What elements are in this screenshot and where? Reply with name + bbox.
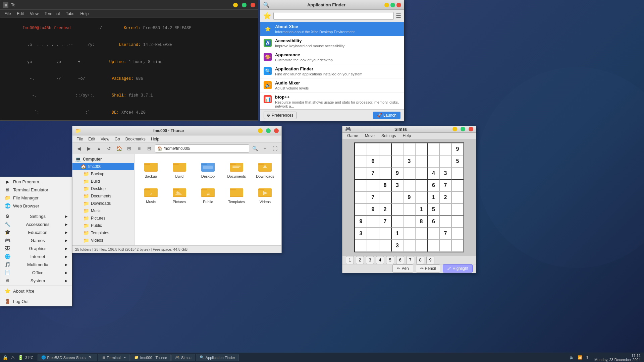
sudoku-cell-8-3[interactable]: 3 xyxy=(391,240,403,252)
file-item-templates[interactable]: Templates xyxy=(224,183,250,206)
terminal-menu-help[interactable]: Help xyxy=(78,11,92,17)
number-btn-9[interactable]: 9 xyxy=(426,256,434,264)
fm-menu-go[interactable]: Go xyxy=(112,136,123,142)
sudoku-cell-7-4[interactable] xyxy=(403,228,415,240)
fm-menu-view[interactable]: View xyxy=(98,136,112,142)
simsu-maximize-btn[interactable] xyxy=(461,127,465,131)
sudoku-cell-1-7[interactable] xyxy=(439,155,451,167)
number-btn-3[interactable]: 3 xyxy=(366,256,374,264)
lock-icon[interactable]: 🔒 xyxy=(1,354,9,361)
sudoku-cell-1-6[interactable] xyxy=(427,155,439,167)
sidebar-item-computer[interactable]: 💻 Computer xyxy=(72,156,134,163)
sudoku-cell-0-7[interactable] xyxy=(439,143,451,155)
sudoku-cell-2-2[interactable] xyxy=(379,167,391,179)
sudoku-cell-7-2[interactable] xyxy=(379,228,391,240)
sudoku-cell-1-1[interactable]: 6 xyxy=(367,155,379,167)
number-btn-4[interactable]: 4 xyxy=(376,256,384,264)
sudoku-cell-3-4[interactable] xyxy=(403,179,415,191)
sudoku-cell-6-7[interactable] xyxy=(439,216,451,228)
sudoku-cell-5-1[interactable]: 9 xyxy=(367,203,379,216)
terminal-content[interactable]: fmc000@tu45b-freebsd -/ Kernel: FreeBSD … xyxy=(0,18,258,120)
sidebar-item-templates[interactable]: 📁 Templates xyxy=(72,229,134,237)
sidebar-item-desktop[interactable]: 📁 Desktop xyxy=(72,185,134,192)
sudoku-cell-3-3[interactable]: 3 xyxy=(391,179,403,191)
sudoku-grid[interactable]: 9635794383677912921597863173 xyxy=(354,142,464,252)
fm-forward-btn[interactable]: ▶ xyxy=(85,144,93,153)
sudoku-cell-7-6[interactable] xyxy=(427,228,439,240)
sudoku-cell-2-7[interactable]: 3 xyxy=(439,167,451,179)
terminal-menu-terminal[interactable]: Terminal xyxy=(42,11,62,17)
sudoku-cell-0-4[interactable] xyxy=(403,143,415,155)
sudoku-cell-0-5[interactable] xyxy=(415,143,427,155)
sudoku-cell-3-1[interactable] xyxy=(367,179,379,191)
menu-item-graphics[interactable]: 🖼 Graphics xyxy=(0,244,72,252)
app-item-audio-mixer[interactable]: 🔊 Audio Mixer Adjust volume levels xyxy=(260,78,404,93)
fm-close-btn[interactable] xyxy=(274,128,279,133)
sidebar-item-documents[interactable]: 📁 Documents xyxy=(72,192,134,200)
sudoku-cell-8-2[interactable] xyxy=(379,240,391,252)
sudoku-cell-5-4[interactable] xyxy=(403,203,415,216)
sudoku-cell-2-3[interactable]: 9 xyxy=(391,167,403,179)
sudoku-cell-8-1[interactable] xyxy=(367,240,379,252)
sudoku-cell-5-0[interactable] xyxy=(355,203,367,216)
number-btn-8[interactable]: 8 xyxy=(416,256,424,264)
sudoku-cell-4-5[interactable] xyxy=(415,191,427,203)
number-btn-1[interactable]: 1 xyxy=(346,256,354,264)
task-btn-browser[interactable]: 🌐 FreeBSD Screen Shots | P... xyxy=(38,354,97,361)
menu-item-multimedia[interactable]: 🎵 Multimedia xyxy=(0,260,72,268)
simsu-close-btn[interactable] xyxy=(469,127,473,131)
menu-item-about-xfce[interactable]: ⭐ About Xfce xyxy=(0,287,72,295)
pen-tool-btn[interactable]: ✏ Pen xyxy=(392,264,413,273)
number-btn-6[interactable]: 6 xyxy=(396,256,404,264)
battery-icon[interactable]: 🔋 xyxy=(17,354,24,361)
sudoku-cell-6-5[interactable]: 8 xyxy=(415,216,427,228)
sudoku-cell-4-0[interactable] xyxy=(355,191,367,203)
terminal-menu-tabs[interactable]: Tabs xyxy=(63,11,77,17)
finder-maximize-btn[interactable] xyxy=(390,3,395,7)
network-tray-icon[interactable]: 📶 xyxy=(577,355,583,360)
file-item-desktop[interactable]: Desktop xyxy=(195,158,221,180)
app-item-btop[interactable]: 📊 btop++ Resource monitor that shows usa… xyxy=(260,93,404,109)
sudoku-cell-5-7[interactable] xyxy=(439,203,451,216)
sudoku-cell-1-4[interactable]: 3 xyxy=(403,155,415,167)
sudoku-cell-5-3[interactable] xyxy=(391,203,403,216)
sudoku-cell-2-4[interactable] xyxy=(403,167,415,179)
sudoku-cell-7-7[interactable]: 7 xyxy=(439,228,451,240)
sudoku-cell-6-3[interactable] xyxy=(391,216,403,228)
app-item-appearance[interactable]: 🎨 Appearance Customize the look of your … xyxy=(260,50,404,64)
sudoku-cell-1-0[interactable] xyxy=(355,155,367,167)
sudoku-cell-4-3[interactable] xyxy=(391,191,403,203)
finder-close-btn[interactable] xyxy=(396,3,401,7)
terminal-menu-edit[interactable]: Edit xyxy=(14,11,26,17)
sudoku-cell-0-0[interactable] xyxy=(355,143,367,155)
menu-item-file-manager[interactable]: 📁 File Manager xyxy=(0,194,72,202)
fm-menu-edit[interactable]: Edit xyxy=(86,136,98,142)
terminal-minimize-btn[interactable] xyxy=(233,3,238,7)
finder-minimize-btn[interactable] xyxy=(384,3,389,7)
sidebar-item-backup[interactable]: 📁 Backup xyxy=(72,170,134,178)
fm-fullscreen-btn[interactable]: ⛶ xyxy=(271,144,279,153)
fm-path-bar[interactable]: 🏠 /home/fmc000/ xyxy=(155,144,249,153)
file-item-backup[interactable]: Backup xyxy=(138,158,164,180)
volume-tray-icon[interactable]: 🔈 xyxy=(569,355,575,360)
sudoku-cell-0-3[interactable] xyxy=(391,143,403,155)
task-btn-thunar[interactable]: 📁 fmc000 - Thunar xyxy=(130,354,171,361)
sudoku-cell-0-6[interactable] xyxy=(427,143,439,155)
sudoku-cell-3-5[interactable] xyxy=(415,179,427,191)
sudoku-cell-6-8[interactable] xyxy=(451,216,464,228)
sudoku-cell-1-8[interactable]: 5 xyxy=(451,155,464,167)
menu-item-run-program[interactable]: ▶ Run Program... xyxy=(0,178,72,186)
sudoku-cell-5-8[interactable] xyxy=(451,203,464,216)
sudoku-cell-3-7[interactable]: 7 xyxy=(439,179,451,191)
sudoku-cell-5-5[interactable]: 1 xyxy=(415,203,427,216)
sudoku-cell-6-4[interactable] xyxy=(403,216,415,228)
fm-home-btn[interactable]: 🏠 xyxy=(115,144,123,153)
simsu-menu-game[interactable]: Game xyxy=(344,133,362,139)
sudoku-cell-2-1[interactable]: 7 xyxy=(367,167,379,179)
sidebar-item-home[interactable]: 🏠 fmc000 xyxy=(72,163,134,170)
sidebar-item-downloads[interactable]: 📁 Downloads xyxy=(72,200,134,207)
sudoku-cell-8-5[interactable] xyxy=(415,240,427,252)
sudoku-cell-4-4[interactable]: 9 xyxy=(403,191,415,203)
sudoku-cell-6-2[interactable]: 7 xyxy=(379,216,391,228)
sudoku-cell-7-1[interactable] xyxy=(367,228,379,240)
